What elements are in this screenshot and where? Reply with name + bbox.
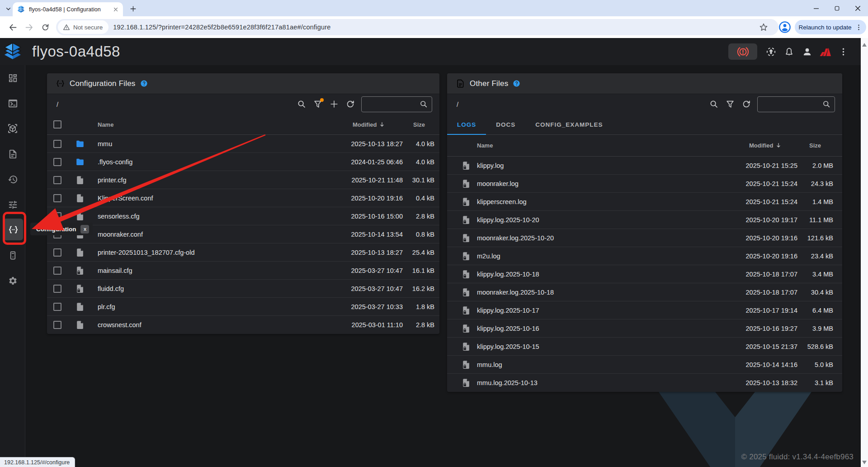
file-name: plr.cfg: [98, 298, 115, 316]
brand-logo-button[interactable]: [816, 43, 834, 61]
file-size: 23.4 kB: [765, 247, 833, 265]
scrollbar-up-arrow[interactable]: [862, 43, 867, 47]
row-checkbox[interactable]: [53, 248, 61, 257]
page-scrollbar[interactable]: [861, 38, 868, 467]
row-checkbox[interactable]: [53, 158, 61, 166]
row-checkbox[interactable]: [53, 176, 61, 184]
sidebar-item-console[interactable]: [0, 91, 25, 116]
file-search-input[interactable]: [757, 96, 835, 112]
breadcrumb-root[interactable]: /: [457, 100, 706, 108]
tab-title: flyos-0a4d58 | Configuration: [29, 6, 112, 13]
update-available-button[interactable]: [762, 43, 780, 61]
printer-name-title[interactable]: flyos-0a4d58: [32, 43, 120, 60]
file-row[interactable]: moonraker.log.2025-10-202025-10-20 19:16…: [447, 229, 842, 247]
scrollbar-down-arrow[interactable]: [862, 461, 867, 464]
file-row[interactable]: klipperscreen.log2025-10-21 15:241.4 MB: [447, 193, 842, 211]
browser-menu-kebab-icon[interactable]: [855, 24, 863, 31]
file-row[interactable]: mmu.log2025-10-14 14:165.0 kB: [447, 356, 842, 374]
window-close-button[interactable]: [847, 0, 868, 16]
file-row[interactable]: klippy.log2025-10-21 15:252.0 MB: [447, 157, 842, 175]
file-row[interactable]: moonraker.log.2025-10-182025-10-18 17:07…: [447, 283, 842, 301]
window-maximize-button[interactable]: [826, 0, 847, 16]
column-header-size[interactable]: Size: [413, 114, 425, 135]
sidebar-item-jobs[interactable]: [0, 141, 25, 167]
file-row[interactable]: fluidd.cfg2025-03-27 10:4716.2 kB: [47, 280, 439, 298]
file-row[interactable]: KlipperScreen.conf2025-10-20 19:160.4 kB: [47, 189, 439, 207]
column-header-modified[interactable]: Modified: [353, 114, 385, 135]
tab-config_examples[interactable]: CONFIG_EXAMPLES: [525, 114, 613, 135]
refresh-button[interactable]: [738, 96, 755, 112]
file-row[interactable]: mainsail.cfg2025-03-27 10:4716.1 kB: [47, 262, 439, 280]
refresh-button[interactable]: [342, 96, 359, 112]
url-bar[interactable]: Not secure 192.168.1.125/?printer=24282e…: [56, 19, 778, 35]
filter-button[interactable]: [722, 96, 738, 112]
help-icon[interactable]: [513, 80, 520, 87]
file-row[interactable]: crowsnest.conf2025-03-01 11:102.8 kB: [47, 316, 439, 334]
bookmark-star-icon[interactable]: [759, 22, 769, 32]
file-row[interactable]: klippy.log.2025-10-202025-10-20 19:1711.…: [447, 211, 842, 229]
file-row[interactable]: m2u.log2025-10-20 19:1623.4 kB: [447, 247, 842, 265]
column-header-name[interactable]: Name: [477, 135, 493, 156]
select-all-checkbox[interactable]: [53, 120, 61, 129]
help-icon[interactable]: [140, 80, 148, 87]
file-lock-icon: [461, 161, 471, 171]
search-button[interactable]: [706, 96, 722, 112]
forward-button[interactable]: [22, 20, 36, 34]
file-name: sensorless.cfg: [98, 207, 140, 225]
row-checkbox[interactable]: [53, 321, 61, 329]
column-header-size[interactable]: Size: [809, 135, 821, 156]
tooltip-close-button[interactable]: x: [80, 225, 89, 234]
tab-search-chevron-icon[interactable]: [3, 3, 14, 14]
tab-logs[interactable]: LOGS: [447, 114, 486, 135]
row-checkbox[interactable]: [53, 212, 61, 220]
row-checkbox[interactable]: [53, 267, 61, 275]
column-header-modified[interactable]: Modified: [749, 135, 782, 156]
sidebar-item-dashboard[interactable]: [0, 65, 25, 91]
row-checkbox[interactable]: [53, 303, 61, 311]
row-checkbox[interactable]: [53, 140, 61, 148]
file-row[interactable]: klippy.log.2025-10-172025-10-17 19:146.4…: [447, 301, 842, 319]
file-row[interactable]: plr.cfg2025-03-27 10:331.8 kB: [47, 298, 439, 316]
notifications-bell-button[interactable]: [780, 43, 798, 61]
file-row[interactable]: printer.cfg2025-10-21 11:4830.1 kB: [47, 171, 439, 189]
not-secure-chip[interactable]: Not secure: [58, 20, 108, 34]
file-row[interactable]: sensorless.cfg2025-10-16 15:002.8 kB: [47, 207, 439, 225]
sidebar-item-system[interactable]: [0, 243, 25, 268]
breadcrumb-root[interactable]: /: [57, 100, 293, 108]
tab-close-icon[interactable]: [112, 6, 119, 13]
relaunch-to-update-button[interactable]: Relaunch to update: [795, 20, 866, 34]
new-tab-button[interactable]: [127, 3, 138, 14]
file-row[interactable]: mmu2025-10-13 18:274.0 kB: [47, 135, 439, 153]
file-row[interactable]: moonraker.log2025-10-21 15:2424.3 kB: [447, 175, 842, 193]
window-minimize-button[interactable]: [806, 0, 826, 16]
file-row[interactable]: moonraker.conf2025-10-14 13:540.8 kB: [47, 225, 439, 243]
app-menu-dots-button[interactable]: [834, 43, 852, 61]
sidebar-item-gcode-preview[interactable]: [0, 116, 25, 141]
file-row[interactable]: mmu.log.2025-10-132025-10-13 18:323.1 kB: [447, 374, 842, 392]
file-search-input[interactable]: [361, 96, 432, 112]
file-row[interactable]: klippy.log.2025-10-162025-10-16 19:273.9…: [447, 319, 842, 338]
sidebar-item-history[interactable]: [0, 167, 25, 192]
tab-docs[interactable]: DOCS: [486, 114, 525, 135]
file-size: 0.8 kB: [367, 225, 434, 243]
filter-button[interactable]: [310, 96, 326, 112]
add-button[interactable]: [326, 96, 342, 112]
row-checkbox[interactable]: [53, 285, 61, 293]
emergency-stop-button[interactable]: [728, 43, 757, 60]
search-button[interactable]: [293, 96, 310, 112]
file-row[interactable]: .flyos-config2024-01-25 06:464.0 kB: [47, 153, 439, 171]
file-row[interactable]: printer-20251013_182707.cfg-old2025-10-1…: [47, 243, 439, 262]
reload-button[interactable]: [38, 20, 52, 34]
sidebar-item-settings[interactable]: [0, 268, 25, 293]
file-size: 528.6 kB: [765, 338, 833, 356]
file-row[interactable]: klippy.log.2025-10-182025-10-18 17:073.4…: [447, 265, 842, 283]
column-header-name[interactable]: Name: [98, 114, 113, 135]
browser-tab[interactable]: flyos-0a4d58 | Configuration: [13, 2, 123, 16]
url-text[interactable]: 192.168.1.125/?printer=24282e5f2b8e6591e…: [113, 24, 759, 31]
account-person-button[interactable]: [798, 43, 816, 61]
row-checkbox[interactable]: [53, 194, 61, 202]
file-row[interactable]: klippy.log.2025-10-152025-10-15 21:37528…: [447, 338, 842, 356]
back-button[interactable]: [5, 20, 20, 34]
profile-avatar-icon[interactable]: [778, 21, 791, 33]
fluidd-logo[interactable]: [4, 43, 21, 62]
